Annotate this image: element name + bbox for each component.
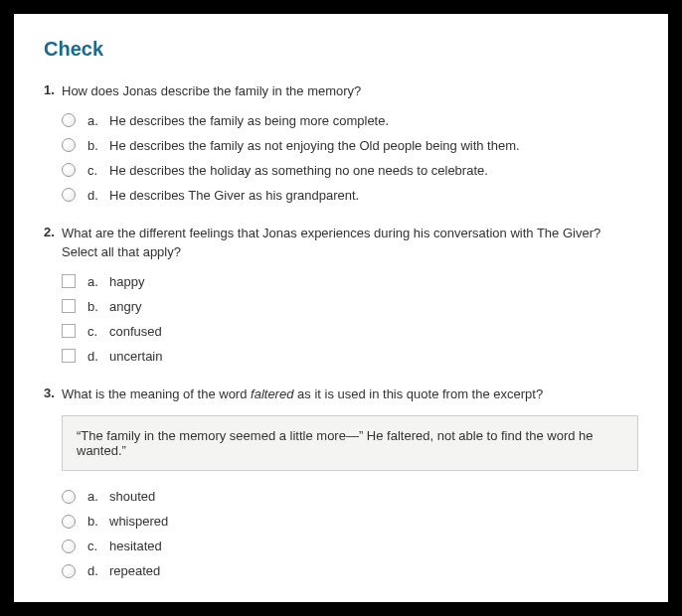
option-letter: d.	[87, 188, 109, 203]
question-2-header: 2. What are the different feelings that …	[44, 225, 638, 262]
option-letter: c.	[87, 539, 109, 553]
radio-icon[interactable]	[62, 539, 76, 553]
question-text: How does Jonas describe the family in th…	[62, 82, 361, 101]
radio-icon[interactable]	[62, 138, 76, 152]
question-text-pre: What is the meaning of the word	[62, 386, 251, 401]
option-3a[interactable]: a. shouted	[62, 489, 638, 504]
option-letter: b.	[87, 299, 109, 314]
radio-icon[interactable]	[62, 113, 76, 127]
radio-icon[interactable]	[62, 515, 76, 529]
option-text: angry	[109, 299, 142, 314]
option-text: hesitated	[109, 539, 162, 553]
quote-box: “The family in the memory seemed a littl…	[62, 415, 638, 471]
option-1c[interactable]: c. He describes the holiday as something…	[62, 163, 638, 178]
question-text-italic: faltered	[251, 386, 293, 401]
radio-icon[interactable]	[62, 490, 76, 504]
option-letter: d.	[87, 349, 109, 364]
radio-icon[interactable]	[62, 163, 76, 177]
option-letter: b.	[87, 514, 109, 529]
question-number: 2.	[44, 225, 62, 239]
option-letter: d.	[87, 563, 109, 578]
outer-frame: Check 1. How does Jonas describe the fam…	[0, 0, 682, 616]
radio-icon[interactable]	[62, 564, 76, 578]
option-text: happy	[109, 274, 144, 289]
checkbox-icon[interactable]	[62, 349, 76, 363]
question-3-options: a. shouted b. whispered c. hesitated d. …	[44, 489, 638, 578]
question-1: 1. How does Jonas describe the family in…	[44, 82, 638, 203]
checkbox-icon[interactable]	[62, 299, 76, 313]
option-1b[interactable]: b. He describes the family as not enjoyi…	[62, 138, 638, 153]
option-letter: a.	[87, 113, 109, 128]
question-text: What is the meaning of the word faltered…	[62, 385, 543, 404]
question-1-options: a. He describes the family as being more…	[44, 113, 638, 203]
checkbox-icon[interactable]	[62, 324, 76, 338]
question-text-post: as it is used in this quote from the exc…	[293, 386, 543, 401]
option-text: He describes the family as not enjoying …	[109, 138, 520, 153]
option-letter: c.	[87, 163, 109, 178]
option-text: He describes The Giver as his grandparen…	[109, 188, 359, 203]
option-1d[interactable]: d. He describes The Giver as his grandpa…	[62, 188, 638, 203]
option-text: whispered	[109, 514, 168, 529]
option-text: He describes the family as being more co…	[109, 113, 389, 128]
option-2c[interactable]: c. confused	[62, 324, 638, 339]
option-2d[interactable]: d. uncertain	[62, 349, 638, 364]
option-3d[interactable]: d. repeated	[62, 563, 638, 578]
option-3c[interactable]: c. hesitated	[62, 539, 638, 553]
option-letter: b.	[87, 138, 109, 153]
question-2-options: a. happy b. angry c. confused d. uncerta…	[44, 274, 638, 364]
option-text: He describes the holiday as something no…	[109, 163, 488, 178]
option-text: repeated	[109, 563, 160, 578]
option-1a[interactable]: a. He describes the family as being more…	[62, 113, 638, 128]
option-2b[interactable]: b. angry	[62, 299, 638, 314]
option-2a[interactable]: a. happy	[62, 274, 638, 289]
question-number: 1.	[44, 82, 62, 97]
question-2: 2. What are the different feelings that …	[44, 225, 638, 364]
question-text: What are the different feelings that Jon…	[62, 225, 638, 262]
question-3-header: 3. What is the meaning of the word falte…	[44, 385, 638, 404]
option-text: uncertain	[109, 349, 162, 364]
question-3: 3. What is the meaning of the word falte…	[44, 385, 638, 579]
option-letter: a.	[87, 274, 109, 289]
question-number: 3.	[44, 385, 62, 400]
radio-icon[interactable]	[62, 188, 76, 202]
option-text: confused	[109, 324, 162, 339]
checkbox-icon[interactable]	[62, 274, 76, 288]
option-text: shouted	[109, 489, 155, 504]
option-letter: a.	[87, 489, 109, 504]
option-3b[interactable]: b. whispered	[62, 514, 638, 529]
page: Check 1. How does Jonas describe the fam…	[14, 14, 668, 602]
page-title: Check	[44, 38, 638, 61]
option-letter: c.	[87, 324, 109, 339]
question-1-header: 1. How does Jonas describe the family in…	[44, 82, 638, 101]
